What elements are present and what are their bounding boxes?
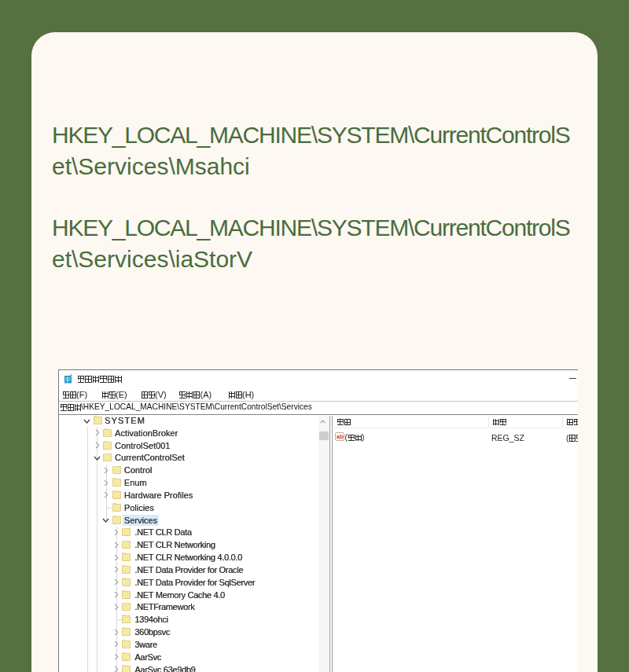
svg-text:ab: ab — [337, 433, 344, 440]
